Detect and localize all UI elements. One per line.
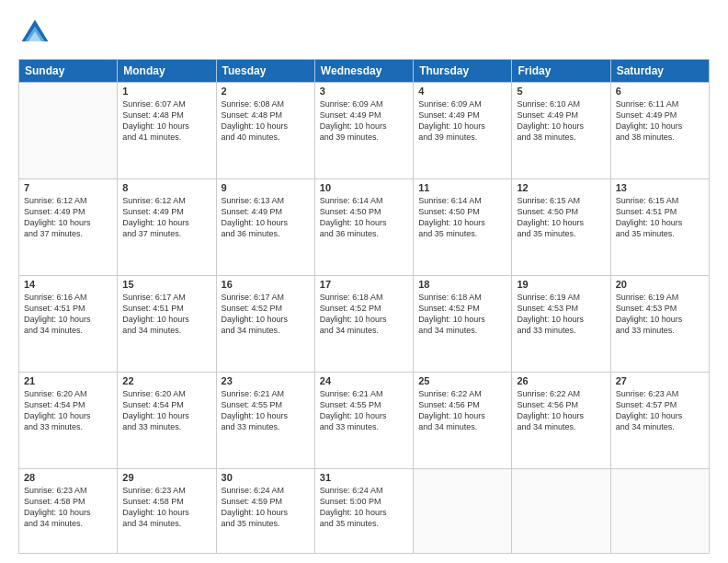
- day-number: 24: [320, 375, 408, 386]
- day-info: Sunrise: 6:18 AM Sunset: 4:52 PM Dayligh…: [418, 292, 506, 337]
- calendar-cell: 31Sunrise: 6:24 AM Sunset: 5:00 PM Dayli…: [314, 469, 413, 554]
- day-number: 4: [418, 86, 506, 97]
- day-info: Sunrise: 6:24 AM Sunset: 4:59 PM Dayligh…: [222, 485, 310, 530]
- day-number: 5: [517, 86, 605, 97]
- day-number: 7: [24, 182, 112, 193]
- header: [18, 17, 710, 50]
- logo: [18, 17, 55, 50]
- day-info: Sunrise: 6:21 AM Sunset: 4:55 PM Dayligh…: [320, 388, 408, 433]
- day-number: 14: [24, 279, 112, 290]
- calendar-cell: 9Sunrise: 6:13 AM Sunset: 4:49 PM Daylig…: [216, 179, 314, 276]
- day-info: Sunrise: 6:07 AM Sunset: 4:48 PM Dayligh…: [122, 98, 210, 144]
- calendar-table: SundayMondayTuesdayWednesdayThursdayFrid…: [18, 59, 710, 554]
- calendar-cell: 1Sunrise: 6:07 AM Sunset: 4:48 PM Daylig…: [118, 83, 216, 179]
- calendar-cell: 3Sunrise: 6:09 AM Sunset: 4:49 PM Daylig…: [314, 83, 413, 179]
- day-info: Sunrise: 6:14 AM Sunset: 4:50 PM Dayligh…: [418, 195, 506, 240]
- day-number: 20: [616, 279, 704, 290]
- calendar-cell: 12Sunrise: 6:15 AM Sunset: 4:50 PM Dayli…: [512, 179, 610, 276]
- day-number: 6: [616, 86, 704, 97]
- calendar-cell: 19Sunrise: 6:19 AM Sunset: 4:53 PM Dayli…: [512, 276, 610, 373]
- calendar-cell: 16Sunrise: 6:17 AM Sunset: 4:52 PM Dayli…: [216, 276, 314, 373]
- day-number: 12: [517, 182, 605, 193]
- day-number: 9: [222, 182, 310, 193]
- day-number: 22: [122, 375, 210, 386]
- calendar-cell: 21Sunrise: 6:20 AM Sunset: 4:54 PM Dayli…: [19, 373, 118, 469]
- week-row-0: 1Sunrise: 6:07 AM Sunset: 4:48 PM Daylig…: [19, 83, 710, 179]
- day-number: 1: [122, 86, 210, 97]
- calendar-cell: 18Sunrise: 6:18 AM Sunset: 4:52 PM Dayli…: [414, 276, 512, 373]
- day-info: Sunrise: 6:18 AM Sunset: 4:52 PM Dayligh…: [320, 292, 408, 337]
- week-row-2: 14Sunrise: 6:16 AM Sunset: 4:51 PM Dayli…: [19, 276, 710, 373]
- day-info: Sunrise: 6:20 AM Sunset: 4:54 PM Dayligh…: [24, 388, 112, 433]
- calendar-cell: 28Sunrise: 6:23 AM Sunset: 4:58 PM Dayli…: [19, 469, 118, 554]
- logo-icon: [18, 17, 51, 50]
- day-info: Sunrise: 6:23 AM Sunset: 4:58 PM Dayligh…: [122, 485, 210, 530]
- day-number: 15: [122, 279, 210, 290]
- calendar-cell: 14Sunrise: 6:16 AM Sunset: 4:51 PM Dayli…: [19, 276, 118, 373]
- calendar-cell: 22Sunrise: 6:20 AM Sunset: 4:54 PM Dayli…: [118, 373, 216, 469]
- week-row-4: 28Sunrise: 6:23 AM Sunset: 4:58 PM Dayli…: [19, 469, 710, 554]
- weekday-header-sunday: Sunday: [19, 60, 118, 83]
- calendar-cell: 29Sunrise: 6:23 AM Sunset: 4:58 PM Dayli…: [118, 469, 216, 554]
- calendar-cell: 4Sunrise: 6:09 AM Sunset: 4:49 PM Daylig…: [414, 83, 512, 179]
- week-row-3: 21Sunrise: 6:20 AM Sunset: 4:54 PM Dayli…: [19, 373, 710, 469]
- day-number: 19: [517, 279, 605, 290]
- calendar-cell: 25Sunrise: 6:22 AM Sunset: 4:56 PM Dayli…: [414, 373, 512, 469]
- day-info: Sunrise: 6:22 AM Sunset: 4:56 PM Dayligh…: [517, 388, 605, 433]
- calendar-cell: 20Sunrise: 6:19 AM Sunset: 4:53 PM Dayli…: [610, 276, 709, 373]
- day-number: 21: [24, 375, 112, 386]
- calendar-cell: 24Sunrise: 6:21 AM Sunset: 4:55 PM Dayli…: [314, 373, 413, 469]
- day-number: 16: [222, 279, 310, 290]
- day-number: 31: [320, 472, 408, 483]
- day-info: Sunrise: 6:10 AM Sunset: 4:49 PM Dayligh…: [517, 98, 605, 144]
- day-info: Sunrise: 6:16 AM Sunset: 4:51 PM Dayligh…: [24, 292, 112, 337]
- day-info: Sunrise: 6:09 AM Sunset: 4:49 PM Dayligh…: [320, 98, 408, 144]
- day-info: Sunrise: 6:12 AM Sunset: 4:49 PM Dayligh…: [24, 195, 112, 240]
- day-number: 8: [122, 182, 210, 193]
- calendar-cell: 10Sunrise: 6:14 AM Sunset: 4:50 PM Dayli…: [314, 179, 413, 276]
- day-info: Sunrise: 6:17 AM Sunset: 4:51 PM Dayligh…: [122, 292, 210, 337]
- calendar-cell: [414, 469, 512, 554]
- day-info: Sunrise: 6:14 AM Sunset: 4:50 PM Dayligh…: [320, 195, 408, 240]
- calendar-cell: 6Sunrise: 6:11 AM Sunset: 4:49 PM Daylig…: [610, 83, 709, 179]
- day-info: Sunrise: 6:22 AM Sunset: 4:56 PM Dayligh…: [418, 388, 506, 433]
- day-number: 18: [418, 279, 506, 290]
- day-number: 27: [616, 375, 704, 386]
- day-info: Sunrise: 6:11 AM Sunset: 4:49 PM Dayligh…: [616, 98, 704, 144]
- day-info: Sunrise: 6:15 AM Sunset: 4:51 PM Dayligh…: [616, 195, 704, 240]
- day-number: 11: [418, 182, 506, 193]
- page: SundayMondayTuesdayWednesdayThursdayFrid…: [0, 0, 728, 563]
- day-number: 23: [222, 375, 310, 386]
- day-info: Sunrise: 6:08 AM Sunset: 4:48 PM Dayligh…: [222, 98, 310, 144]
- day-info: Sunrise: 6:12 AM Sunset: 4:49 PM Dayligh…: [122, 195, 210, 240]
- day-info: Sunrise: 6:19 AM Sunset: 4:53 PM Dayligh…: [616, 292, 704, 337]
- calendar-cell: [610, 469, 709, 554]
- day-info: Sunrise: 6:17 AM Sunset: 4:52 PM Dayligh…: [222, 292, 310, 337]
- day-info: Sunrise: 6:23 AM Sunset: 4:57 PM Dayligh…: [616, 388, 704, 433]
- day-number: 10: [320, 182, 408, 193]
- day-number: 26: [517, 375, 605, 386]
- calendar-cell: 27Sunrise: 6:23 AM Sunset: 4:57 PM Dayli…: [610, 373, 709, 469]
- day-number: 3: [320, 86, 408, 97]
- weekday-header-tuesday: Tuesday: [216, 60, 314, 83]
- calendar-cell: 7Sunrise: 6:12 AM Sunset: 4:49 PM Daylig…: [19, 179, 118, 276]
- weekday-header-saturday: Saturday: [610, 60, 709, 83]
- weekday-header-row: SundayMondayTuesdayWednesdayThursdayFrid…: [19, 60, 710, 83]
- calendar-cell: 26Sunrise: 6:22 AM Sunset: 4:56 PM Dayli…: [512, 373, 610, 469]
- calendar-cell: 11Sunrise: 6:14 AM Sunset: 4:50 PM Dayli…: [414, 179, 512, 276]
- week-row-1: 7Sunrise: 6:12 AM Sunset: 4:49 PM Daylig…: [19, 179, 710, 276]
- day-number: 2: [222, 86, 310, 97]
- day-info: Sunrise: 6:19 AM Sunset: 4:53 PM Dayligh…: [517, 292, 605, 337]
- day-info: Sunrise: 6:21 AM Sunset: 4:55 PM Dayligh…: [222, 388, 310, 433]
- day-number: 28: [24, 472, 112, 483]
- day-info: Sunrise: 6:09 AM Sunset: 4:49 PM Dayligh…: [418, 98, 506, 144]
- calendar-cell: 23Sunrise: 6:21 AM Sunset: 4:55 PM Dayli…: [216, 373, 314, 469]
- calendar-cell: [19, 83, 118, 179]
- weekday-header-friday: Friday: [512, 60, 610, 83]
- day-number: 29: [122, 472, 210, 483]
- calendar-cell: 5Sunrise: 6:10 AM Sunset: 4:49 PM Daylig…: [512, 83, 610, 179]
- calendar-cell: 2Sunrise: 6:08 AM Sunset: 4:48 PM Daylig…: [216, 83, 314, 179]
- weekday-header-monday: Monday: [118, 60, 216, 83]
- day-number: 25: [418, 375, 506, 386]
- weekday-header-wednesday: Wednesday: [314, 60, 413, 83]
